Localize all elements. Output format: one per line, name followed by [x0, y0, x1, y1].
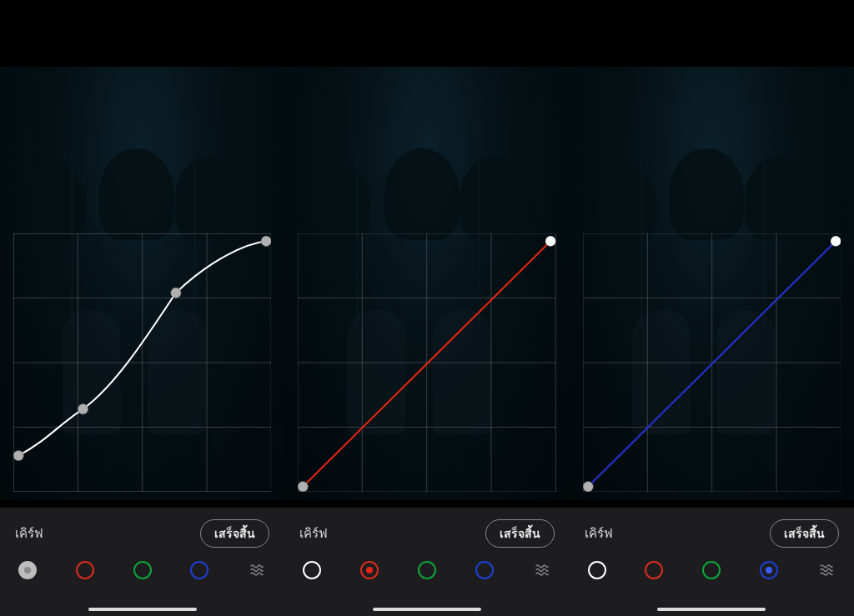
channel-blue[interactable]: [760, 561, 778, 579]
channel-row: [0, 548, 284, 579]
channel-luma[interactable]: [18, 561, 37, 579]
channel-red[interactable]: [76, 561, 94, 579]
channel-luma[interactable]: [588, 561, 606, 579]
curve-node[interactable]: [831, 236, 841, 246]
done-button[interactable]: เสร็จสิ้น: [485, 519, 555, 548]
bottom-toolbar: เคิร์ฟ เสร็จสิ้น: [570, 508, 854, 616]
curve-grid[interactable]: [13, 233, 271, 492]
channel-red[interactable]: [645, 561, 663, 579]
channel-blue[interactable]: [475, 561, 494, 579]
channel-green[interactable]: [702, 561, 721, 579]
tool-title: เคิร์ฟ: [15, 523, 43, 543]
top-black-bar: [0, 0, 284, 67]
channel-green[interactable]: [418, 561, 436, 579]
grain-icon[interactable]: [817, 561, 836, 579]
grain-icon[interactable]: [533, 561, 551, 579]
channel-red[interactable]: [360, 561, 379, 579]
top-black-bar: [570, 0, 854, 67]
curve-editor[interactable]: [298, 233, 555, 492]
tool-title: เคิร์ฟ: [299, 523, 328, 543]
editor-panel-blue: เคิร์ฟ เสร็จสิ้น: [570, 0, 854, 616]
curve-grid[interactable]: [298, 233, 555, 492]
home-indicator: [88, 608, 197, 611]
curve-editor[interactable]: [13, 233, 271, 492]
curve-node[interactable]: [13, 450, 23, 460]
bottom-toolbar: เคิร์ฟ เสร็จสิ้น: [0, 508, 284, 616]
curve-node[interactable]: [583, 482, 593, 492]
curve-node[interactable]: [78, 404, 88, 414]
editor-panel-red: เคิร์ฟ เสร็จสิ้น: [284, 0, 569, 616]
curve-node[interactable]: [261, 236, 271, 246]
bottom-toolbar: เคิร์ฟ เสร็จสิ้น: [284, 508, 569, 616]
curve-node[interactable]: [545, 236, 555, 246]
channel-row: [284, 548, 569, 579]
channel-row: [570, 548, 854, 579]
curve-editor[interactable]: [583, 233, 841, 492]
grain-icon[interactable]: [248, 561, 266, 579]
curve-node[interactable]: [171, 288, 181, 298]
done-button[interactable]: เสร็จสิ้น: [770, 519, 839, 548]
home-indicator: [657, 608, 766, 611]
editor-panel-luma: เคิร์ฟ เสร็จสิ้น: [0, 0, 284, 616]
tool-title: เคิร์ฟ: [585, 523, 613, 543]
channel-luma[interactable]: [303, 561, 321, 579]
top-black-bar: [284, 0, 569, 67]
channel-blue[interactable]: [190, 561, 208, 579]
curve-grid[interactable]: [583, 233, 841, 492]
done-button[interactable]: เสร็จสิ้น: [200, 519, 269, 548]
channel-green[interactable]: [133, 561, 152, 579]
curve-node[interactable]: [298, 482, 308, 492]
home-indicator: [373, 608, 481, 611]
